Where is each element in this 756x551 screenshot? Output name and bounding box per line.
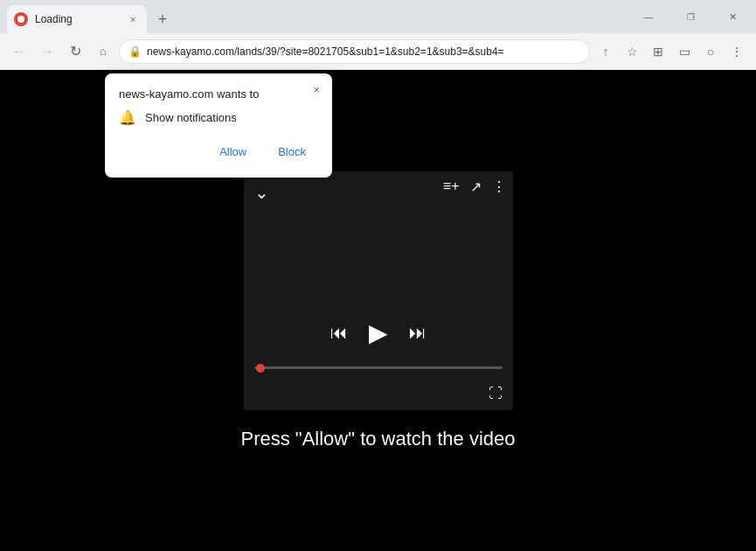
prev-button[interactable]: ⏮ [330,323,348,343]
browser-frame: Loading × + — ❐ ✕ ← → ↻ [0,0,756,551]
window-controls: — ❐ ✕ [628,0,756,33]
collapse-button[interactable]: ⌄ [254,182,269,203]
toolbar: ← → ↻ ⌂ 🔒 news-kayamo.com/lands/39/?site… [0,33,756,70]
lock-icon: 🔒 [128,45,142,58]
notification-permission-label: Show notifications [145,111,237,124]
profile-button[interactable]: ○ [698,39,723,64]
play-button[interactable]: ▶ [369,318,388,347]
add-to-queue-button[interactable]: ≡+ [443,178,460,195]
tab-close-button[interactable]: × [126,12,140,26]
home-button[interactable]: ⌂ [91,39,115,64]
minimize-button[interactable]: — [628,3,669,31]
tab-favicon [14,12,28,26]
notification-permission-row: 🔔 Show notifications [119,109,318,126]
progress-indicator [256,364,265,373]
notification-close-button[interactable]: × [308,80,325,98]
video-more-button[interactable]: ⋮ [492,178,506,195]
restore-button[interactable]: ❐ [670,3,711,31]
active-tab[interactable]: Loading × [7,5,147,33]
video-top-actions: ≡+ ↗ ⋮ [443,178,506,195]
allow-button[interactable]: Allow [207,140,259,164]
bell-icon: 🔔 [119,109,136,126]
video-bottom-controls: ⛶ [244,382,513,410]
fullscreen-button[interactable]: ⛶ [489,386,503,401]
share-button[interactable]: ↑ [593,39,618,64]
address-bar[interactable]: 🔒 news-kayamo.com/lands/39/?site=8021705… [119,39,590,64]
page-content: × news-kayamo.com wants to 🔔 Show notifi… [0,70,756,551]
extensions-button[interactable]: ⊞ [646,39,670,64]
video-player: ⌄ ≡+ ↗ ⋮ ⏮ ▶ ⏭ ⛶ [244,171,513,410]
video-progress-bar[interactable] [244,354,513,382]
video-top: ⌄ ≡+ ↗ ⋮ [244,171,513,311]
url-text: news-kayamo.com/lands/39/?site=8021705&s… [147,45,580,58]
notification-title: news-kayamo.com wants to [119,87,318,101]
block-button[interactable]: Block [266,140,318,164]
split-view-button[interactable]: ▭ [672,39,697,64]
tab-label: Loading [35,13,119,25]
video-share-button[interactable]: ↗ [470,178,482,195]
video-controls: ⏮ ▶ ⏭ [244,311,513,354]
bookmark-button[interactable]: ☆ [620,39,644,64]
close-button[interactable]: ✕ [712,3,753,31]
forward-button[interactable]: → [35,39,59,64]
new-tab-button[interactable]: + [150,7,175,31]
page-main-text: Press "Allow" to watch the video [241,428,516,450]
next-button[interactable]: ⏭ [409,323,427,343]
refresh-button[interactable]: ↻ [63,39,87,64]
notification-buttons: Allow Block [119,140,318,164]
progress-track [254,366,503,369]
notification-popup: × news-kayamo.com wants to 🔔 Show notifi… [105,73,332,178]
menu-button[interactable]: ⋮ [725,39,749,64]
tab-bar-container: Loading × + — ❐ ✕ [0,0,756,33]
back-button[interactable]: ← [7,39,31,64]
toolbar-actions: ↑ ☆ ⊞ ▭ ○ ⋮ [593,39,749,64]
